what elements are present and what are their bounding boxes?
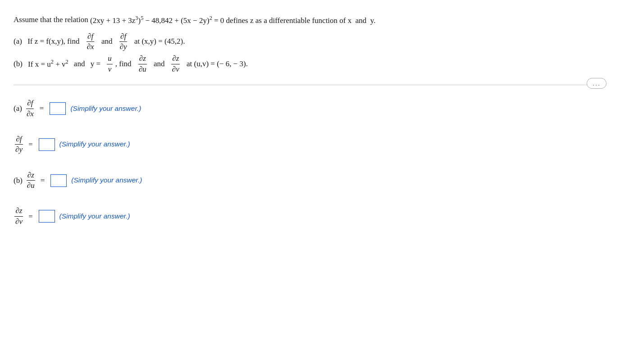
answer-row-a1: (a) ∂f ∂x = (Simplify your answer.): [14, 99, 606, 118]
problem-part-a: (a) If z = f(x,y), find ∂f ∂x and ∂f ∂y …: [14, 32, 606, 52]
y-equals: y =: [91, 57, 100, 71]
answer-frac-dz-dv: ∂z ∂v: [14, 206, 23, 226]
problem-statement: Assume that the relation (2xy + 13 + 3z3…: [14, 14, 606, 74]
answers-section: (a) ∂f ∂x = (Simplify your answer.) ∂f ∂…: [14, 99, 606, 226]
frac-df-dy: ∂f ∂y: [119, 32, 128, 52]
equals-b1: =: [41, 174, 45, 187]
simplify-b2: (Simplify your answer.): [59, 211, 130, 222]
and-word-2: and: [101, 35, 113, 49]
answer-frac-df-dx: ∂f ∂x: [26, 99, 35, 118]
problem-intro-line: Assume that the relation (2xy + 13 + 3z3…: [14, 14, 606, 27]
answer-row-b1: (b) ∂z ∂u = (Simplify your answer.): [14, 171, 606, 191]
find-text: , find: [115, 57, 132, 71]
simplify-a1: (Simplify your answer.): [70, 103, 141, 114]
intro-text: Assume that the relation: [14, 14, 88, 27]
divider-section: ...: [14, 85, 606, 85]
at-b-text: at (u,v) = (− 6, − 3).: [187, 57, 248, 71]
and-word-4: and: [154, 57, 165, 71]
answer-b1-label: (b): [14, 174, 23, 187]
frac-u-v: u v: [107, 54, 113, 74]
simplify-b1: (Simplify your answer.): [71, 175, 142, 186]
simplify-a2: (Simplify your answer.): [59, 139, 130, 150]
equals-a1: =: [40, 102, 44, 114]
answer-frac-df-dy: ∂f ∂y: [14, 135, 23, 155]
section-divider: [14, 85, 606, 85]
answer-row-b2: ∂z ∂v = (Simplify your answer.): [14, 206, 606, 226]
input-a1[interactable]: [50, 102, 66, 115]
frac-dz-du-q: ∂z ∂u: [138, 54, 147, 74]
input-b2[interactable]: [39, 210, 55, 223]
part-a-label: (a): [14, 35, 22, 49]
answer-a1-label: (a): [14, 102, 22, 114]
problem-part-b: (b) If x = u2 + v2 and y = u v , find ∂z…: [14, 54, 606, 74]
input-a2[interactable]: [39, 138, 55, 151]
at-a-text: at (x,y) = (45,2).: [134, 35, 185, 49]
and-word-1: and: [356, 16, 367, 25]
main-equation: (2xy + 13 + 3z3)5 − 48,842 + (5x − 2y)2 …: [90, 14, 375, 27]
part-b-label: (b): [14, 57, 23, 71]
more-button[interactable]: ...: [587, 78, 606, 89]
frac-dz-dv-q: ∂z ∂v: [171, 54, 180, 74]
frac-df-dx: ∂f ∂x: [86, 32, 95, 52]
answer-row-a2: ∂f ∂y = (Simplify your answer.): [14, 135, 606, 155]
part-a-text: If z = f(x,y), find: [27, 35, 79, 49]
input-b1[interactable]: [50, 174, 67, 187]
part-b-text: If x = u2 + v2: [28, 57, 68, 71]
answer-frac-dz-du: ∂z ∂u: [26, 171, 36, 191]
and-word-3: and: [74, 57, 85, 71]
equals-a2: =: [28, 138, 33, 150]
equals-b2: =: [28, 210, 33, 223]
